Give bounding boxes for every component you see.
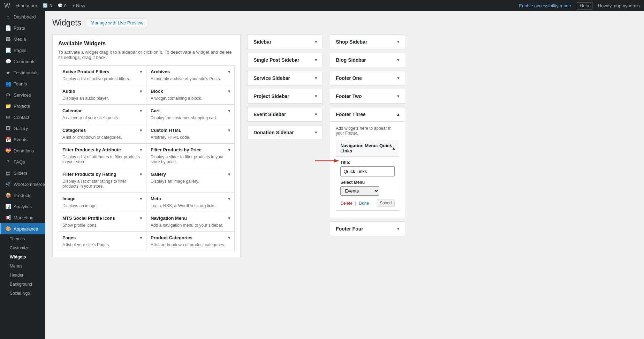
widget-expand-icon[interactable]: ▾ — [140, 235, 142, 240]
sidebar-item-faqs[interactable]: ? FAQs — [0, 156, 45, 167]
sidebar-label: Footer Two — [336, 93, 362, 99]
widget-item[interactable]: Navigation Menu ▾ Add a navigation menu … — [146, 212, 235, 232]
widget-item[interactable]: Gallery ▾ Displays an image gallery. — [146, 168, 235, 193]
sidebar-panel-header-event[interactable]: Event Sidebar ▾ — [248, 107, 323, 121]
sidebar-panel-header-footer-three[interactable]: Footer Three ▴ — [330, 107, 405, 121]
sidebar-item-products[interactable]: 📦 Products — [0, 190, 45, 201]
chevron-down-icon: ▾ — [315, 94, 317, 99]
widget-item[interactable]: Filter Products by Price ▾ Display a sli… — [146, 143, 235, 168]
widget-expand-icon[interactable]: ▾ — [228, 69, 230, 74]
sidebar-item-projects[interactable]: 📁 Projects — [0, 100, 45, 112]
sidebar-item-media[interactable]: 🖼 Media — [0, 33, 45, 45]
widget-delete-link[interactable]: Delete — [340, 201, 353, 206]
widget-expand-icon[interactable]: ▾ — [140, 148, 142, 152]
widget-item[interactable]: Meta ▾ Login, RSS, & WordPress.org links… — [146, 192, 235, 212]
sidebar-item-donations[interactable]: 💝 Donations — [0, 145, 45, 156]
sidebar-panel-header-footer-one[interactable]: Footer One ▾ — [330, 71, 405, 85]
sidebar-panel-header-service[interactable]: Service Sidebar ▾ — [248, 71, 323, 85]
widget-item[interactable]: Block ▾ A widget containing a block. — [146, 85, 235, 105]
live-preview-button[interactable]: Manage with Live Preview — [87, 18, 147, 27]
widget-item[interactable]: Archives ▾ A monthly archive of your sit… — [146, 65, 235, 85]
sidebar-panel-header-footer-four[interactable]: Footer Four ▾ — [330, 222, 405, 236]
sub-item-menus[interactable]: Menus — [0, 262, 45, 271]
sidebar-panel-footer-two: Footer Two ▾ — [330, 89, 405, 104]
sub-item-social-ngo[interactable]: Social Ngo — [0, 289, 45, 298]
widget-expand-icon[interactable]: ▾ — [228, 128, 230, 133]
site-name[interactable]: charity-pro — [16, 3, 37, 8]
widget-expand-icon[interactable]: ▾ — [140, 172, 142, 177]
widget-expand-icon[interactable]: ▾ — [140, 196, 142, 201]
wp-logo[interactable]: W — [4, 2, 10, 9]
sidebar-item-events[interactable]: 📅 Events — [0, 134, 45, 145]
available-widgets-heading: Available Widgets — [58, 40, 235, 47]
sidebar-label: Footer Three — [336, 112, 366, 117]
widget-item[interactable]: Audio ▾ Displays an audio player. — [58, 85, 146, 105]
widget-expand-icon[interactable]: ▾ — [228, 89, 230, 94]
widget-expand-icon[interactable]: ▾ — [140, 216, 142, 221]
widget-item[interactable]: Filter Products by Rating ▾ Display a li… — [58, 168, 146, 193]
sidebar-item-gallery[interactable]: 🖼 Gallery — [0, 123, 45, 134]
widget-expand-icon[interactable]: ▾ — [228, 108, 230, 113]
sidebar-panel-blog: Blog Sidebar ▾ — [330, 53, 405, 67]
sub-item-background[interactable]: Background — [0, 280, 45, 289]
sidebar-item-contact[interactable]: ✉ Contact — [0, 112, 45, 123]
widget-expand-icon[interactable]: ▾ — [228, 196, 230, 201]
widget-item[interactable]: Calendar ▾ A calendar of your site's pos… — [58, 104, 146, 124]
widget-item[interactable]: MTS Social Profile Icons ▾ Show profile … — [58, 212, 146, 232]
sidebar-label: Project Sidebar — [253, 93, 289, 99]
sidebar-item-appearance[interactable]: 🎨 Appearance — [0, 223, 45, 234]
analytics-icon: 📊 — [5, 204, 11, 209]
widget-title-input[interactable] — [340, 166, 395, 176]
sidebar-item-marketing[interactable]: 📢 Marketing — [0, 212, 45, 223]
widget-item[interactable]: Filter Products by Attribute ▾ Display a… — [58, 143, 146, 168]
sub-item-customize[interactable]: Customize — [0, 243, 45, 253]
widget-in-sidebar-header[interactable]: Navigation Menu: Quick Links ▴ — [336, 140, 399, 156]
widget-name: Filter Products by Price — [151, 147, 202, 152]
widget-item[interactable]: Product Categories ▾ A list or dropdown … — [146, 231, 235, 251]
sidebar-item-services[interactable]: ⚙ Services — [0, 89, 45, 100]
comments-count[interactable]: 💬 0 — [58, 3, 67, 8]
sidebar-item-woocommerce[interactable]: 🛒 WooCommerce — [0, 179, 45, 190]
sidebar-panel-header-shop[interactable]: Shop Sidebar ▾ — [330, 35, 405, 49]
sidebar-item-posts[interactable]: 📄 Posts — [0, 22, 45, 33]
accessibility-mode-link[interactable]: Enable accessibility mode — [519, 3, 571, 8]
sidebar-item-pages[interactable]: 📃 Pages — [0, 45, 45, 56]
sidebar-item-teams[interactable]: 👥 Teams — [0, 78, 45, 89]
sub-item-themes[interactable]: Themes — [0, 234, 45, 243]
sub-item-widgets[interactable]: Widgets — [0, 253, 45, 262]
widget-expand-icon[interactable]: ▾ — [228, 148, 230, 152]
widget-expand-icon[interactable]: ▾ — [140, 69, 142, 74]
widget-menu-select[interactable]: Events Main Menu Footer Menu — [340, 186, 379, 196]
sidebar-panel-header-single-post[interactable]: Single Post Sidebar ▾ — [248, 53, 323, 67]
sidebar-item-analytics[interactable]: 📊 Analytics — [0, 201, 45, 212]
sidebar-panel-header-blog[interactable]: Blog Sidebar ▾ — [330, 53, 405, 67]
sidebar-item-dashboard[interactable]: ⌂ Dashboard — [0, 11, 45, 22]
new-content-button[interactable]: + New — [72, 3, 85, 8]
widget-expand-icon[interactable]: ▾ — [228, 216, 230, 221]
sidebar-panel-header-sidebar[interactable]: Sidebar ▾ — [248, 35, 323, 49]
help-button[interactable]: Help — [577, 2, 592, 9]
widget-item[interactable]: Categories ▾ A list or dropdown of categ… — [58, 124, 146, 144]
widget-item[interactable]: Custom HTML ▾ Arbitrary HTML code. — [146, 124, 235, 144]
sidebar-panel-header-footer-two[interactable]: Footer Two ▾ — [330, 89, 405, 103]
widget-done-link[interactable]: Done — [359, 201, 369, 206]
media-icon: 🖼 — [5, 36, 11, 42]
widget-item[interactable]: Cart ▾ Display the customer shopping car… — [146, 104, 235, 124]
widget-collapse-icon[interactable]: ▴ — [393, 146, 395, 151]
sidebar-item-sliders[interactable]: ▤ Sliders — [0, 167, 45, 179]
widget-expand-icon[interactable]: ▾ — [140, 128, 142, 133]
sidebar-panel-header-project[interactable]: Project Sidebar ▾ — [248, 89, 323, 103]
widget-expand-icon[interactable]: ▾ — [228, 172, 230, 177]
widget-item[interactable]: Pages ▾ A list of your site's Pages. — [58, 231, 146, 251]
widget-item[interactable]: Active Product Filters ▾ Display a list … — [58, 65, 146, 85]
sidebar-item-comments[interactable]: 💬 Comments — [0, 56, 45, 67]
page-header: Widgets Manage with Live Preview — [52, 18, 637, 28]
sub-item-header[interactable]: Header — [0, 271, 45, 280]
widget-expand-icon[interactable]: ▾ — [140, 89, 142, 94]
widget-expand-icon[interactable]: ▾ — [228, 235, 230, 240]
updates-count[interactable]: 🔄 3 — [43, 3, 52, 8]
sidebar-panel-header-donation[interactable]: Donation Sidebar ▾ — [248, 126, 323, 140]
sidebar-item-testimonials[interactable]: ★ Testimonials — [0, 67, 45, 78]
widget-item[interactable]: Image ▾ Displays an image. — [58, 192, 146, 212]
widget-expand-icon[interactable]: ▾ — [140, 108, 142, 113]
